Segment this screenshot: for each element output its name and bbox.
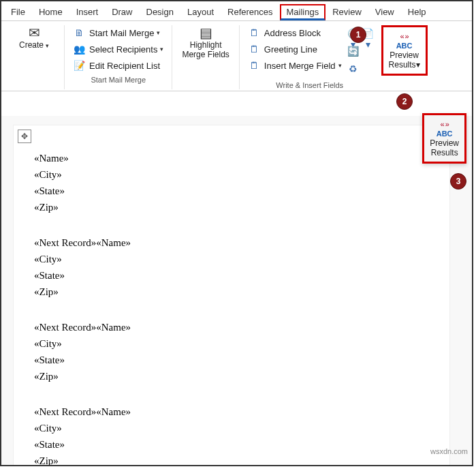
tab-help[interactable]: Help — [401, 4, 433, 20]
group-start-mail-merge: 🗎Start Mail Merge▾ 👥Select Recipients▾ 📝… — [65, 25, 172, 89]
chevron-down-icon: ▾ — [46, 42, 49, 49]
start-mail-merge-button[interactable]: 🗎Start Mail Merge▾ — [69, 25, 168, 40]
highlight-icon: ▤ — [200, 28, 212, 37]
address-icon: 🗒 — [248, 27, 260, 38]
merge-field-line: «Zip» — [34, 453, 238, 466]
document-area: ✥ «Name»«City»«State»«Zip»«Next Record»«… — [1, 116, 472, 465]
tab-design[interactable]: Design — [140, 4, 180, 20]
group-create-label — [33, 56, 35, 64]
tab-insert[interactable]: Insert — [69, 4, 106, 20]
group-highlight: ▤ Highlight Merge Fields — [172, 25, 239, 89]
highlight-merge-fields-button[interactable]: ▤ Highlight Merge Fields — [176, 25, 234, 62]
list-edit-icon: 📝 — [73, 60, 85, 71]
preview-results-menu-item[interactable]: « » ABC Preview Results — [430, 119, 459, 157]
preview-results-button[interactable]: « » ABC Preview Results▾ — [385, 29, 424, 72]
preview-results-highlight: « » ABC Preview Results▾ — [381, 25, 428, 76]
label-cell[interactable]: «Next Record»«Name»«City»«State»«Zip» — [34, 234, 245, 319]
abc-icon: ABC — [437, 129, 453, 138]
merge-field-line: «Zip» — [34, 284, 238, 300]
address-block-button[interactable]: 🗒Address Block — [244, 25, 346, 40]
merge-field-line: «Next Record»«Name» — [34, 234, 238, 251]
field-icon: 🗒 — [248, 60, 260, 71]
abc-icon: ABC — [396, 41, 413, 50]
select-recipients-button[interactable]: 👥Select Recipients▾ — [69, 42, 168, 57]
tab-references[interactable]: References — [221, 4, 279, 20]
greeting-line-button[interactable]: 🗒Greeting Line — [244, 42, 346, 57]
merge-field-line: «State» — [34, 352, 238, 368]
merge-field-line: «State» — [34, 183, 238, 199]
group-create: ✉ Create▾ — [4, 25, 65, 89]
chevron-down-icon: ▾ — [416, 60, 420, 70]
tab-layout[interactable]: Layout — [180, 4, 221, 20]
arrows-icon: « » — [400, 31, 408, 41]
callout-badge-3: 3 — [450, 173, 466, 190]
merge-field-line: «State» — [34, 267, 238, 284]
chevron-down-icon: ▾ — [157, 29, 160, 36]
envelope-icon: ✉ — [29, 28, 40, 37]
merge-field-line: «Name» — [34, 150, 238, 166]
insert-merge-field-button[interactable]: 🗒Insert Merge Field▾ — [244, 58, 346, 73]
merge-field-line: «City» — [34, 166, 238, 183]
merge-field-line: «City» — [34, 251, 238, 267]
edit-recipient-list-button[interactable]: 📝Edit Recipient List — [69, 58, 168, 73]
ribbon: ✉ Create▾ 🗎Start Mail Merge▾ 👥Select Rec… — [1, 21, 472, 91]
tab-mailings[interactable]: Mailings — [280, 4, 326, 20]
create-button[interactable]: ✉ Create▾ — [8, 25, 60, 53]
document-icon: 🗎 — [73, 27, 85, 38]
people-icon: 👥 — [73, 44, 85, 55]
merge-field-line: «Next Record»«Name» — [34, 319, 238, 335]
document-page[interactable]: ✥ «Name»«City»«State»«Zip»«Next Record»«… — [14, 125, 449, 466]
tab-file[interactable]: File — [4, 4, 32, 20]
match-fields-button[interactable]: 🔄 — [347, 46, 360, 58]
watermark: wsxdn.com — [430, 447, 468, 455]
tab-view[interactable]: View — [368, 4, 401, 20]
group-start-label: Start Mail Merge — [91, 76, 146, 84]
label-cell[interactable]: «Name»«City»«State»«Zip» — [34, 150, 245, 234]
chevron-down-icon: ▾ — [160, 46, 163, 52]
table-move-handle[interactable]: ✥ — [18, 130, 31, 143]
label-cell[interactable]: «Next Record»«Name»«City»«State»«Zip» — [34, 404, 245, 466]
ribbon-tabs: File Home Insert Draw Design Layout Refe… — [1, 1, 472, 21]
label-cell[interactable]: «Next Record»«Name»«City»«State»«Zip» — [34, 319, 245, 404]
merge-field-line: «City» — [34, 420, 238, 436]
update-labels-button[interactable]: ♻ — [347, 63, 360, 76]
callout-badge-1: 1 — [350, 27, 366, 43]
merge-field-line: «State» — [34, 436, 238, 453]
word-window: File Home Insert Draw Design Layout Refe… — [0, 0, 473, 466]
merge-field-line: «Next Record»«Name» — [34, 404, 238, 420]
greeting-icon: 🗒 — [248, 44, 260, 55]
merge-field-line: «Zip» — [34, 368, 238, 384]
tab-home[interactable]: Home — [32, 4, 69, 20]
callout-badge-2: 2 — [396, 93, 413, 110]
merge-field-line: «City» — [34, 335, 238, 352]
chevron-down-icon: ▾ — [338, 62, 342, 69]
tab-review[interactable]: Review — [326, 4, 368, 20]
arrows-icon: « » — [441, 119, 449, 129]
group-write-label: Write & Insert Fields — [276, 81, 343, 89]
preview-results-menu: « » ABC Preview Results — [422, 113, 466, 164]
merge-field-line: «Zip» — [34, 199, 238, 215]
tab-draw[interactable]: Draw — [105, 4, 139, 20]
group-preview: « » ABC Preview Results▾ — [380, 25, 432, 89]
label-grid: «Name»«City»«State»«Zip»«Next Record»«Na… — [14, 139, 449, 466]
